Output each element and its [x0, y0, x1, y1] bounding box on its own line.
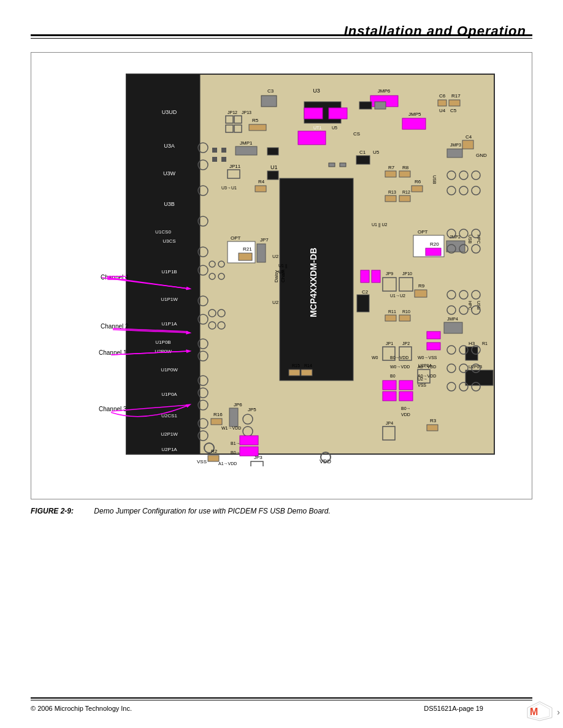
- svg-rect-237: [361, 270, 369, 282]
- svg-rect-193: [427, 425, 438, 431]
- svg-rect-45: [449, 100, 460, 106]
- svg-text:R17: R17: [451, 93, 461, 99]
- svg-text:R8: R8: [402, 165, 409, 170]
- svg-text:JP9: JP9: [386, 271, 393, 276]
- svg-text:JMP1: JMP1: [240, 140, 253, 146]
- svg-rect-224: [267, 148, 278, 155]
- svg-text:U3W: U3W: [163, 170, 176, 176]
- pcb-diagram: U3UD U3A U3W U3B U1CS0 U3CS U1P1B U1P1W …: [90, 68, 507, 466]
- svg-text:R7: R7: [388, 165, 395, 170]
- svg-text:VSS: VSS: [418, 383, 426, 387]
- svg-text:JP4: JP4: [386, 421, 393, 425]
- svg-text:CS: CS: [353, 131, 360, 137]
- page-number: DS51621A-page 19: [424, 705, 483, 712]
- svg-rect-77: [412, 186, 423, 192]
- svg-text:C5: C5: [450, 108, 457, 113]
- svg-text:A1→VDD: A1→VDD: [218, 461, 237, 466]
- svg-text:R14: R14: [304, 363, 312, 368]
- svg-text:JMP3: JMP3: [450, 143, 461, 147]
- svg-text:U2: U2: [272, 300, 279, 305]
- header-line-top: [31, 34, 532, 36]
- figure-text: Demo Jumper Configuration for use with P…: [94, 507, 330, 515]
- svg-text:VDD: VDD: [401, 412, 410, 417]
- footer-line-bottom: [31, 700, 532, 700]
- svg-text:U3CS: U3CS: [163, 238, 175, 244]
- svg-text:U1 || U2: U1 || U2: [372, 222, 388, 227]
- svg-rect-219: [340, 163, 346, 167]
- svg-text:JP5: JP5: [248, 407, 256, 412]
- svg-rect-63: [447, 149, 462, 157]
- svg-text:C2: C2: [362, 289, 369, 295]
- svg-text:R21: R21: [243, 246, 252, 252]
- svg-rect-164: [208, 455, 219, 461]
- svg-text:U3B: U3B: [164, 201, 175, 207]
- svg-rect-217: [221, 157, 226, 162]
- svg-rect-52: [298, 131, 326, 145]
- svg-text:R10: R10: [402, 309, 410, 314]
- svg-text:C6: C6: [439, 93, 446, 99]
- svg-text:U1P1A: U1P1A: [161, 321, 177, 327]
- svg-text:R11: R11: [388, 309, 396, 314]
- svg-text:R20: R20: [430, 241, 439, 247]
- page-footer: © 2006 Microchip Technology Inc. DS51621…: [31, 697, 532, 728]
- svg-text:U1→U2: U1→U2: [390, 294, 405, 298]
- svg-text:U2P1A: U2P1A: [161, 447, 177, 452]
- svg-text:R16: R16: [213, 412, 223, 417]
- svg-rect-149: [289, 370, 300, 376]
- microchip-logo: M: [526, 700, 557, 725]
- svg-text:UT1: UT1: [313, 126, 321, 130]
- svg-rect-1: [126, 74, 200, 454]
- svg-rect-167: [251, 461, 263, 466]
- figure-number: FIGURE 2-9:: [31, 507, 74, 515]
- svg-rect-180: [399, 381, 413, 390]
- svg-rect-81: [399, 195, 410, 202]
- svg-text:R2: R2: [211, 449, 218, 454]
- svg-text:JP6: JP6: [234, 402, 242, 408]
- svg-text:U1 ||: U1 ||: [278, 264, 288, 268]
- svg-rect-114: [357, 295, 369, 312]
- svg-text:U3→U1: U3→U1: [221, 186, 237, 190]
- svg-rect-126: [399, 315, 410, 321]
- svg-text:W0→VDD: W0→VDD: [390, 365, 410, 369]
- svg-rect-240: [427, 343, 440, 350]
- svg-rect-239: [427, 332, 440, 339]
- svg-text:GND: GND: [476, 153, 487, 158]
- svg-text:U3A: U3A: [164, 143, 175, 149]
- svg-text:JMP5: JMP5: [408, 112, 421, 117]
- svg-text:USB: USB: [432, 175, 437, 184]
- svg-text:U2P1W: U2P1W: [161, 431, 178, 437]
- svg-text:U5: U5: [332, 126, 337, 130]
- svg-rect-154: [229, 408, 238, 427]
- svg-rect-214: [212, 148, 217, 153]
- svg-rect-80: [385, 195, 396, 202]
- svg-rect-220: [304, 108, 323, 119]
- svg-text:R9: R9: [418, 283, 425, 289]
- svg-text:B0→VDD: B0→VDD: [390, 355, 408, 360]
- svg-text:HPC: HPC: [477, 235, 481, 244]
- svg-rect-49: [402, 118, 426, 129]
- svg-rect-125: [385, 315, 396, 321]
- svg-text:B0: B0: [390, 374, 396, 378]
- svg-text:C1: C1: [359, 150, 366, 155]
- svg-text:B0→: B0→: [401, 406, 411, 411]
- svg-text:U4: U4: [439, 108, 446, 113]
- svg-rect-221: [329, 108, 347, 119]
- svg-rect-181: [383, 392, 396, 401]
- svg-rect-161: [240, 436, 258, 445]
- svg-text:JP10: JP10: [402, 271, 412, 276]
- svg-text:VSS: VSS: [197, 459, 207, 464]
- svg-text:R1: R1: [482, 341, 488, 346]
- svg-text:U2P0W: U2P0W: [155, 349, 172, 354]
- nav-arrow-icon[interactable]: ›: [557, 707, 560, 717]
- svg-rect-65: [267, 171, 278, 180]
- svg-rect-74: [399, 171, 410, 177]
- nav-arrow[interactable]: ›: [557, 707, 560, 717]
- svg-text:U1: U1: [270, 164, 278, 170]
- svg-rect-152: [211, 419, 222, 425]
- svg-rect-182: [399, 392, 413, 401]
- svg-text:U5: U5: [373, 150, 380, 155]
- svg-rect-55: [236, 146, 257, 155]
- svg-rect-216: [212, 157, 217, 162]
- svg-rect-58: [356, 156, 370, 164]
- svg-text:OPT: OPT: [418, 229, 428, 235]
